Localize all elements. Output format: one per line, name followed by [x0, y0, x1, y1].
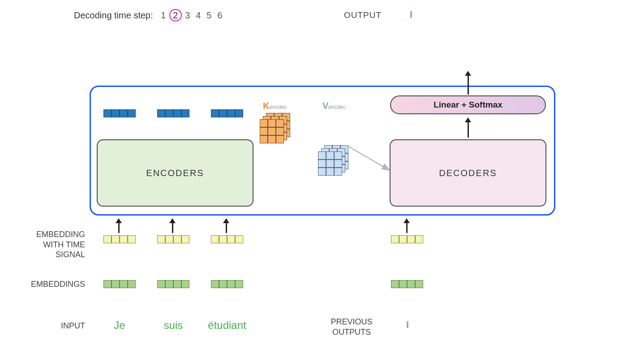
timestep-3: 3 [183, 10, 193, 21]
label-input: INPUT [9, 321, 85, 331]
emb-time-vec-3 [211, 235, 243, 243]
label-embedding-with-time-signal: EMBEDDING WITH TIME SIGNAL [9, 229, 85, 260]
v-letter: V [322, 101, 328, 111]
diagram-root: Decoding time step: 1 2 3 4 5 6 OUTPUT I… [0, 0, 644, 354]
timestep-4: 4 [193, 10, 203, 21]
arrow-emb-to-encoder-2 [169, 218, 176, 233]
v-encdec-label: Vencdec [322, 101, 346, 111]
embedding-vec-decoder [391, 280, 423, 288]
embedding-vec-3 [211, 280, 243, 288]
linear-softmax-block: Linear + Softmax [390, 95, 546, 114]
v-subscript: encdec [328, 104, 346, 110]
emb-time-vec-decoder [391, 235, 423, 243]
k-subscript: encdec [269, 104, 287, 110]
decoding-timestep-label: Decoding time step: [74, 10, 153, 21]
output-label: OUTPUT [344, 10, 382, 20]
k-matrix-stack [260, 113, 292, 145]
embedding-vec-1 [103, 280, 136, 288]
encoder-output-vec-1 [103, 109, 136, 117]
v-matrix-stack [318, 145, 350, 177]
output-token: I [407, 9, 416, 21]
arrow-emb-to-encoder-1 [116, 218, 122, 233]
timestep-1: 1 [159, 10, 168, 21]
previous-outputs-line2: OUTPUTS [325, 327, 378, 337]
timestep-5: 5 [204, 10, 214, 21]
arrow-linear-to-output [465, 71, 471, 95]
encoders-label: ENCODERS [146, 168, 204, 178]
previous-output-token: I [403, 319, 412, 331]
arrow-emb-to-encoder-3 [223, 218, 229, 233]
input-word-1: Je [103, 319, 136, 332]
k-encdec-label: Kencdec [263, 101, 287, 111]
encoders-block: ENCODERS [97, 139, 253, 207]
previous-outputs-label: PREVIOUS OUTPUTS [325, 317, 378, 337]
decoders-block: DECODERS [390, 139, 546, 207]
arrow-emb-to-decoder [404, 218, 410, 233]
previous-outputs-line1: PREVIOUS [325, 317, 378, 327]
emb-time-vec-1 [103, 235, 136, 243]
timestep-6: 6 [215, 10, 225, 21]
linear-softmax-label: Linear + Softmax [434, 100, 502, 110]
arrow-decoder-to-linear [465, 117, 471, 138]
decoders-label: DECODERS [439, 168, 497, 178]
label-embeddings: EMBEDDINGS [9, 279, 85, 289]
encoder-output-vec-2 [157, 109, 189, 117]
input-word-2: suis [157, 319, 190, 332]
timestep-2-current: 2 [169, 9, 182, 22]
encoder-output-vec-3 [211, 109, 243, 117]
emb-time-line1: EMBEDDING [9, 229, 85, 240]
emb-time-vec-2 [157, 235, 189, 243]
emb-time-line2: WITH TIME [9, 240, 85, 250]
emb-time-line3: SIGNAL [9, 250, 85, 260]
decoding-timestep-row: Decoding time step: 1 2 3 4 5 6 [74, 9, 225, 22]
k-letter: K [263, 101, 269, 111]
input-word-3: étudiant [202, 319, 252, 332]
embedding-vec-2 [157, 280, 189, 288]
